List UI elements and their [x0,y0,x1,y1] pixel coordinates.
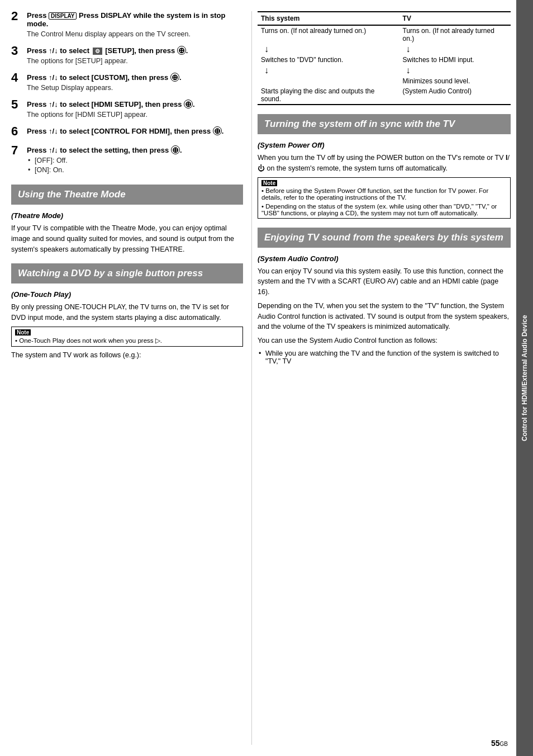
enjoying-tv-body2: Depending on the TV, when you set the sy… [258,301,511,332]
enjoying-tv-subheader: (System Audio Control) [258,254,511,263]
enter-icon-7: ⊕ [171,145,180,154]
table-cell-system-1: Turns on. (If not already turned on.) [258,25,399,44]
step-7-bullet-on: [ON]: On. [27,166,243,174]
step-2: 2 Press DISPLAY Press DISPLAY while the … [11,11,243,38]
step-2-instruction: Press DISPLAY Press DISPLAY while the sy… [27,11,225,28]
step-5-instruction: Press ↑/↓ to select [HDMI SETUP], then p… [27,100,195,108]
table-cell-system-4: Starts playing the disc and outputs the … [258,86,399,105]
dvd-system-follows: The system and TV work as follows (e.g.)… [11,350,243,361]
step-3-content: Press ↑/↓ to select ⚙ [SETUP], then pres… [27,46,243,65]
step-7: 7 Press ↑/↓ to select the setting, then … [11,145,243,176]
step-7-instruction: Press ↑/↓ to select the setting, then pr… [27,146,182,154]
table-cell-tv-1: Turns on. (If not already turned on.) [399,25,511,44]
page-number: 55GB [491,739,508,748]
step-number-5: 5 [11,98,27,111]
setup-icon: ⚙ [93,48,102,55]
enter-icon-3: ⊕ [177,46,186,55]
enjoying-tv-header: Enjoying TV sound from the speakers by t… [258,228,511,248]
step-6-instruction: Press ↑/↓ to select [CONTROL FOR HDMI], … [27,127,223,135]
enter-icon-6: ⊕ [213,126,222,135]
sidebar: Control for HDMI/External Audio Device [516,0,533,756]
main-content: 2 Press DISPLAY Press DISPLAY while the … [0,0,516,756]
step-6: 6 Press ↑/↓ to select [CONTROL FOR HDMI]… [11,126,243,138]
arrow-down-icon: ↓ [261,66,396,75]
step-4-desc: The Setup Display appears. [27,84,243,92]
table-header-tv: TV [399,12,511,25]
table-row-2: Switches to "DVD" function. Switches to … [258,55,511,65]
step-3: 3 Press ↑/↓ to select ⚙ [SETUP], then pr… [11,46,243,65]
display-icon: DISPLAY [49,12,77,20]
table-cell-tv-4: (System Audio Control) [399,86,511,105]
enter-icon-4: ⊕ [170,73,179,82]
dvd-single-body: By only pressing ONE-TOUCH PLAY, the TV … [11,302,243,323]
step-3-desc: The options for [SETUP] appear. [27,57,243,65]
dvd-single-subheader: (One-Touch Play) [11,290,243,299]
table-cell-system-2: Switches to "DVD" function. [258,55,399,65]
table-cell-tv-2: Switches to HDMI input. [399,55,511,65]
step-number-2: 2 [11,10,27,22]
step-number-7: 7 [11,144,27,157]
step-number-3: 3 [11,45,27,57]
turning-off-subheader: (System Power Off) [258,141,511,149]
table-arrow-system-2: ↓ [258,65,399,76]
table-header-system: This system [258,12,399,25]
turning-off-note-2: • Depending on the status of the system … [261,203,507,216]
step-4-instruction: Press ↑/↓ to select [CUSTOM], then press… [27,73,182,82]
turning-off-header: Turning the system off in sync with the … [258,114,511,134]
step-5-desc: The options for [HDMI SETUP] appear. [27,111,243,119]
table-arrow-system-1: ↓ [258,44,399,55]
theatre-mode-body: If your TV is compatible with the Theatr… [11,223,243,254]
step-5: 5 Press ↑/↓ to select [HDMI SETUP], then… [11,100,243,119]
enjoying-tv-body3: You can use the System Audio Control fun… [258,336,511,346]
turning-off-note-box: Note • Before using the System Power Off… [258,177,511,219]
table-row-4: Starts playing the disc and outputs the … [258,86,511,105]
step-4: 4 Press ↑/↓ to select [CUSTOM], then pre… [11,73,243,92]
sidebar-text: Control for HDMI/External Audio Device [520,315,530,441]
enjoying-tv-body1: You can enjoy TV sound via this system e… [258,266,511,297]
enter-icon-5: ⊕ [184,100,193,108]
dvd-note-text: • One-Touch Play does not work when you … [15,337,239,344]
right-column: This system TV Turns on. (If not already… [251,11,511,745]
table-arrow-tv-2: ↓ [399,65,511,76]
left-column: 2 Press DISPLAY Press DISPLAY while the … [11,11,251,745]
table-arrow-tv-1: ↓ [399,44,511,55]
theatre-mode-subheader: (Theatre Mode) [11,211,243,220]
step-2-content: Press DISPLAY Press DISPLAY while the sy… [27,11,243,38]
step-number-6: 6 [11,125,27,138]
table-row-3: Minimizes sound level. [258,76,511,86]
table-cell-system-3 [258,76,399,86]
table-row-arrow-1: ↓ ↓ [258,44,511,55]
note-label-2: Note [261,180,277,186]
table-row-1: Turns on. (If not already turned on.) Tu… [258,25,511,44]
step-3-instruction: Press ↑/↓ to select ⚙ [SETUP], then pres… [27,46,188,55]
table-cell-tv-3: Minimizes sound level. [399,76,511,86]
arrow-down-icon: ↓ [261,45,396,54]
step-7-content: Press ↑/↓ to select the setting, then pr… [27,145,243,176]
theatre-mode-header: Using the Theatre Mode [11,185,243,205]
step-6-content: Press ↑/↓ to select [CONTROL FOR HDMI], … [27,126,243,135]
step-5-content: Press ↑/↓ to select [HDMI SETUP], then p… [27,100,243,119]
turning-off-note-1: • Before using the System Power Off func… [261,187,507,201]
system-tv-table: This system TV Turns on. (If not already… [258,11,511,105]
note-label: Note [15,329,31,336]
page: 2 Press DISPLAY Press DISPLAY while the … [0,0,533,756]
turning-off-body: When you turn the TV off by using the PO… [258,153,511,174]
table-row-arrow-2: ↓ ↓ [258,65,511,76]
step-7-desc: [OFF]: Off. [ON]: On. [27,157,243,174]
dvd-note-box: Note • One-Touch Play does not work when… [11,327,243,347]
enjoying-tv-bullet: While you are watching the TV and the fu… [258,349,511,365]
arrow-down-icon: ↓ [403,45,507,54]
step-number-4: 4 [11,72,27,84]
step-7-bullet-off: [OFF]: Off. [27,157,243,164]
page-suffix: GB [500,741,508,747]
step-2-desc: The Control Menu display appears on the … [27,30,243,38]
dvd-single-header: Watching a DVD by a single button press [11,263,243,284]
step-4-content: Press ↑/↓ to select [CUSTOM], then press… [27,73,243,92]
arrow-down-icon: ↓ [403,66,507,75]
